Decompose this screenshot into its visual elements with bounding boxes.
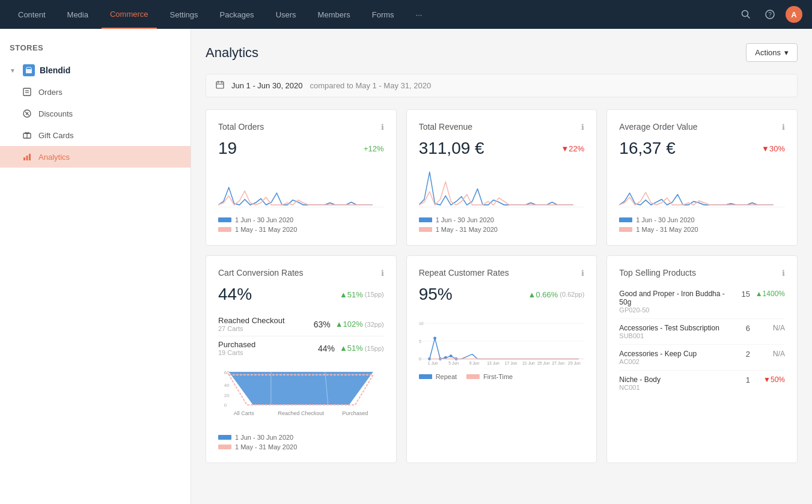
legend-prev-label: 1 May - 31 May 2020 [436, 226, 498, 233]
svg-rect-12 [26, 156, 28, 160]
store-icon [23, 64, 35, 76]
analytics-icon [22, 151, 32, 162]
cart-conversion-value: 44% [218, 285, 252, 304]
cart-conversion-title: Cart Conversion Rates [218, 268, 304, 278]
top-nav: Content Media Commerce Settings Packages… [0, 0, 812, 29]
svg-rect-5 [23, 88, 31, 96]
product-1-count: 15 [738, 290, 750, 299]
legend-pink-box [619, 227, 632, 232]
svg-point-66 [433, 337, 436, 340]
svg-rect-14 [216, 82, 224, 88]
nav-media[interactable]: Media [59, 0, 97, 29]
avg-order-value: 16,37 € [619, 139, 675, 158]
repeat-legend-firsttime: First-Time [466, 373, 513, 380]
product-2-sku: SUB001 [619, 332, 733, 339]
conv-purchased-pct: 44% [318, 344, 335, 353]
legend-current-label: 1 Jun - 30 Jun 2020 [636, 216, 694, 223]
cart-conversion-card: Cart Conversion Rates ℹ 44% ▲51% (15pp) … [206, 255, 397, 463]
repeat-legend-firsttime-label: First-Time [483, 373, 513, 380]
date-bar[interactable]: Jun 1 - Jun 30, 2020 compared to May 1 -… [206, 74, 798, 97]
repeat-customer-header: Repeat Customer Rates ℹ [419, 268, 585, 278]
total-orders-info-icon[interactable]: ℹ [381, 123, 384, 132]
actions-button[interactable]: Actions ▾ [746, 43, 798, 62]
svg-text:10: 10 [419, 321, 424, 326]
svg-text:60: 60 [224, 370, 230, 375]
svg-text:0: 0 [224, 402, 227, 408]
product-4-count: 1 [738, 375, 750, 384]
sidebar-item-orders[interactable]: Orders [0, 81, 191, 103]
product-3-change: N/A [755, 350, 785, 358]
conv-purchased: Purchased 19 Carts 44% ▲51% (15pp) [218, 336, 384, 360]
avg-order-card-header: Average Order Value ℹ [619, 122, 785, 132]
repeat-legend-repeat-label: Repeat [436, 373, 457, 380]
top-selling-list: Good and Proper - Iron Buddha - 50g GP02… [619, 285, 785, 396]
avg-order-title: Average Order Value [619, 122, 697, 132]
cart-conversion-change: ▲51% (15pp) [340, 290, 384, 299]
help-icon[interactable]: ? [762, 6, 778, 23]
total-orders-legend: 1 Jun - 30 Jun 2020 1 May - 31 May 2020 [218, 216, 384, 233]
sidebar-item-analytics[interactable]: Analytics [0, 146, 191, 168]
repeat-customer-info-icon[interactable]: ℹ [581, 269, 584, 278]
main-header: Analytics Actions ▾ [206, 43, 798, 62]
svg-text:Purchased: Purchased [342, 410, 368, 416]
nav-content[interactable]: Content [10, 0, 54, 29]
total-revenue-value-row: 311,09 € ▼22% [419, 139, 585, 158]
nav-more[interactable]: ··· [408, 0, 431, 29]
total-revenue-legend: 1 Jun - 30 Jun 2020 1 May - 31 May 2020 [419, 216, 585, 233]
orders-icon [22, 87, 32, 97]
top-selling-card: Top Selling Products ℹ Good and Proper -… [606, 255, 798, 463]
page-title: Analytics [206, 45, 258, 61]
conv-purchased-sub: 19 Carts [218, 349, 255, 356]
nav-commerce[interactable]: Commerce [102, 0, 157, 29]
nav-users[interactable]: Users [267, 0, 305, 29]
avatar[interactable]: A [786, 6, 802, 23]
avg-order-info-icon[interactable]: ℹ [782, 123, 785, 132]
nav-settings[interactable]: Settings [162, 0, 207, 29]
cart-conversion-header: Cart Conversion Rates ℹ [218, 268, 384, 278]
total-revenue-change: ▼22% [561, 144, 584, 153]
sidebar-item-giftcards[interactable]: Gift Cards [0, 124, 191, 146]
actions-label: Actions [755, 48, 781, 57]
total-orders-title: Total Orders [218, 122, 264, 132]
svg-text:40: 40 [224, 383, 230, 388]
top-cards-row: Total Orders ℹ 19 +12% 1 Jun 5 Jun 9 Jun… [206, 109, 798, 246]
cart-conversion-info-icon[interactable]: ℹ [381, 269, 384, 278]
top-selling-title: Top Selling Products [619, 268, 696, 278]
total-orders-change: +12% [364, 144, 384, 153]
repeat-legend-pink [466, 374, 480, 379]
search-icon[interactable] [737, 6, 754, 23]
total-revenue-card: Total Revenue ℹ 311,09 € ▼22% 1 Jun 5 Ju… [406, 109, 597, 246]
nav-icons: ? A [737, 6, 802, 23]
conv-legend-blue [218, 435, 231, 440]
product-row-2: Accessories - Test Subscription SUB001 6… [619, 319, 785, 345]
sidebar-item-discounts[interactable]: Discounts [0, 103, 191, 124]
svg-text:1 Jun: 1 Jun [427, 361, 438, 365]
nav-forms[interactable]: Forms [364, 0, 403, 29]
avg-order-change: ▼30% [762, 144, 785, 153]
total-revenue-info-icon[interactable]: ℹ [581, 123, 584, 132]
legend-pink-box [218, 227, 231, 232]
conv-reached-label: Reached Checkout [218, 316, 285, 325]
product-4-info: Niche - Body NC001 [619, 375, 733, 391]
svg-text:20: 20 [224, 393, 230, 398]
product-4-name: Niche - Body [619, 375, 733, 384]
cart-conversion-value-row: 44% ▲51% (15pp) [218, 285, 384, 304]
nav-members[interactable]: Members [310, 0, 359, 29]
total-orders-card: Total Orders ℹ 19 +12% 1 Jun 5 Jun 9 Jun… [206, 109, 397, 246]
total-orders-card-header: Total Orders ℹ [218, 122, 384, 132]
repeat-customer-change: ▲0.66% (0.62pp) [528, 290, 585, 299]
svg-text:17 Jun: 17 Jun [504, 361, 517, 365]
nav-packages[interactable]: Packages [212, 0, 263, 29]
total-orders-value-row: 19 +12% [218, 139, 384, 158]
conv-legend-current-label: 1 Jun - 30 Jun 2020 [235, 434, 293, 441]
conv-purchased-label: Purchased [218, 340, 255, 349]
top-selling-info-icon[interactable]: ℹ [782, 269, 785, 278]
total-orders-chart: 1 Jun 5 Jun 9 Jun 13 Jun 17 Jun 21 Jun 2… [218, 166, 384, 208]
repeat-legend: Repeat First-Time [419, 373, 585, 380]
date-compare: compared to May 1 - May 31, 2020 [310, 81, 432, 90]
sidebar-store[interactable]: ▼ Blendid [0, 59, 191, 81]
repeat-customer-title: Repeat Customer Rates [419, 268, 509, 278]
avg-order-chart: 1 Jun 5 Jun 9 Jun 13 Jun 17 Jun 21 Jun 2… [619, 166, 785, 208]
product-2-change: N/A [755, 324, 785, 332]
repeat-customer-value: 95% [419, 285, 453, 304]
